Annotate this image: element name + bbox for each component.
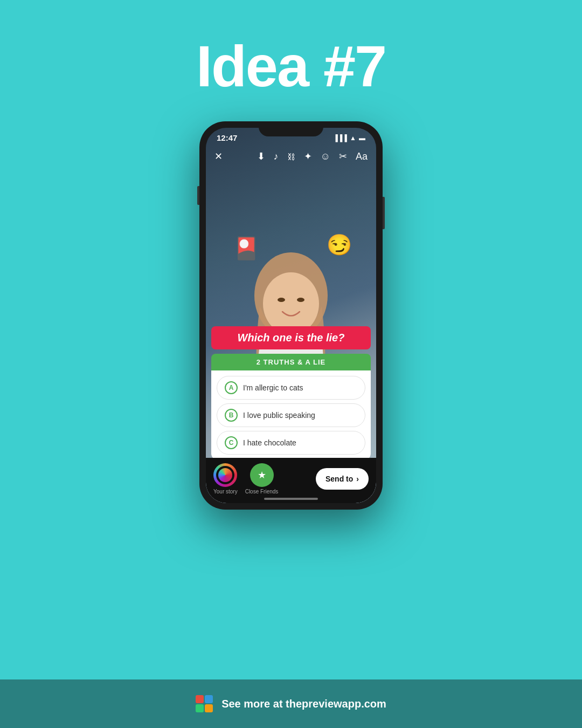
toolbar-right: ⬇ ♪ ⛓ ✦ ☺ ✂ Aa [257,150,368,162]
send-to-arrow: › [356,475,359,483]
svg-point-3 [297,298,304,302]
send-to-button[interactable]: Send to › [316,468,369,490]
quiz-option-a[interactable]: A I'm allergic to cats [217,376,365,400]
option-letter-a: A [225,381,238,394]
scissors-icon[interactable]: ✂ [339,150,347,162]
send-to-label: Send to [325,475,353,483]
text-icon[interactable]: Aa [356,151,368,162]
sparkle-sticker: 🎴 [233,236,260,261]
story-options: Your story ★ Close Friends [213,463,278,495]
footer-text: See more at thepreviewapp.com [221,698,386,710]
home-indicator [264,498,318,500]
phone-mockup: 🎴 😏 12:47 ▐▐▐ ▲ ▬ ✕ ⬇ ♪ ⛓ ✦ ☺ [199,121,383,510]
wifi-icon: ▲ [350,134,356,142]
close-icon[interactable]: ✕ [214,150,223,162]
phone-outer: 🎴 😏 12:47 ▐▐▐ ▲ ▬ ✕ ⬇ ♪ ⛓ ✦ ☺ [199,121,383,510]
close-friends-icon: ★ [250,463,274,487]
phone-notch [259,121,323,136]
quiz-title-bar: 2 TRUTHS & A LIE [211,354,371,370]
link-icon[interactable]: ⛓ [287,152,295,161]
quiz-option-b[interactable]: B I love public speaking [217,403,365,427]
your-story-option[interactable]: Your story [213,463,238,495]
option-text-b: I love public speaking [243,411,315,420]
bottom-bar: Your story ★ Close Friends Send to › [206,458,376,503]
quiz-question: Which one is the lie? [211,326,371,349]
logo-q3 [196,704,204,712]
signal-icon: ▐▐▐ [334,134,348,142]
quiz-option-c[interactable]: C I hate chocolate [217,431,365,455]
logo-q4 [205,704,213,712]
option-letter-b: B [225,409,238,422]
face-icon[interactable]: ☺ [321,151,330,162]
svg-point-1 [263,272,319,335]
option-letter-c: C [225,436,238,449]
logo-q1 [196,695,204,703]
move-icon[interactable]: ✦ [304,150,312,162]
footer: See more at thepreviewapp.com [0,679,582,728]
phone-screen: 🎴 😏 12:47 ▐▐▐ ▲ ▬ ✕ ⬇ ♪ ⛓ ✦ ☺ [206,128,376,503]
quiz-overlay: Which one is the lie? 2 TRUTHS & A LIE A… [211,326,371,460]
status-icons: ▐▐▐ ▲ ▬ [334,134,365,142]
story-toolbar: ✕ ⬇ ♪ ⛓ ✦ ☺ ✂ Aa [206,147,376,166]
download-icon[interactable]: ⬇ [257,150,265,162]
option-text-c: I hate chocolate [243,438,296,447]
footer-logo [196,695,213,712]
music-icon[interactable]: ♪ [274,151,279,162]
wink-sticker: 😏 [327,233,352,257]
status-time: 12:47 [217,133,237,142]
page-title: Idea #7 [196,32,386,100]
option-text-a: I'm allergic to cats [243,383,303,392]
quiz-options: A I'm allergic to cats B I love public s… [211,370,371,460]
close-friends-option[interactable]: ★ Close Friends [245,463,279,495]
battery-icon: ▬ [359,134,365,142]
close-friends-label: Close Friends [245,489,279,495]
svg-point-2 [278,298,285,302]
your-story-label: Your story [213,489,238,495]
your-story-icon [213,463,237,487]
logo-q2 [205,695,213,703]
